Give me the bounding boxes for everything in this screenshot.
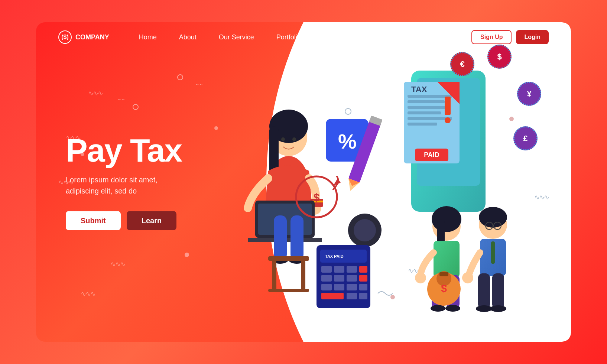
- nav-link-home[interactable]: Home: [139, 33, 157, 41]
- svg-point-5: [292, 137, 296, 141]
- svg-rect-13: [290, 215, 304, 260]
- signup-button[interactable]: Sign Up: [471, 30, 512, 44]
- logo-icon: ($): [58, 30, 72, 44]
- main-container: ∿∿∿ ∿∿∿ ∿∿∿ ∿∿∿ ∿∿∿ ~~ ~~ ($) COMPANY Ho…: [36, 22, 571, 342]
- hero-subtitle: Lorem ipsum dolor sit amet, adipiscing e…: [66, 174, 182, 196]
- svg-rect-53: [321, 275, 332, 282]
- svg-rect-54: [334, 275, 344, 282]
- svg-rect-19: [268, 289, 309, 292]
- svg-point-4: [281, 137, 285, 141]
- hero-buttons: Submit Learn: [66, 211, 182, 230]
- nav-item-contact[interactable]: Contact Us: [323, 33, 356, 41]
- svg-rect-56: [359, 275, 367, 282]
- submit-button[interactable]: Submit: [66, 211, 121, 230]
- nav-actions: Sign Up Login: [471, 30, 549, 44]
- svg-rect-16: [268, 256, 309, 261]
- svg-point-82: [476, 305, 492, 312]
- nav-item-about[interactable]: About: [179, 33, 197, 41]
- svg-text:%: %: [338, 130, 357, 153]
- svg-rect-61: [321, 293, 344, 299]
- logo-text: COMPANY: [75, 33, 109, 41]
- svg-rect-29: [408, 100, 445, 103]
- svg-rect-52: [359, 266, 367, 273]
- svg-point-71: [445, 305, 460, 312]
- nav-link-contact[interactable]: Contact Us: [323, 33, 356, 41]
- svg-rect-55: [347, 275, 357, 282]
- svg-rect-51: [347, 266, 357, 273]
- svg-rect-81: [492, 273, 504, 309]
- svg-point-84: [462, 272, 473, 283]
- svg-rect-49: [321, 266, 332, 273]
- learn-button[interactable]: Learn: [127, 211, 176, 230]
- svg-rect-12: [274, 215, 287, 260]
- nav-link-about[interactable]: About: [179, 33, 197, 41]
- svg-rect-60: [359, 284, 367, 290]
- login-button[interactable]: Login: [516, 30, 549, 44]
- nav-link-service[interactable]: Our Service: [219, 33, 254, 41]
- hero-section: Pay Tax Lorem ipsum dolor sit amet, adip…: [66, 134, 182, 230]
- pound-circle: £: [513, 126, 538, 150]
- svg-rect-88: [439, 272, 448, 276]
- svg-rect-36: [445, 97, 451, 115]
- svg-point-37: [445, 117, 451, 123]
- svg-point-72: [415, 272, 426, 283]
- svg-rect-30: [408, 106, 448, 109]
- svg-text:$: $: [314, 191, 320, 204]
- svg-text:$: $: [441, 283, 447, 294]
- svg-rect-18: [301, 261, 305, 290]
- svg-point-90: [390, 295, 395, 299]
- nav-links: Home About Our Service Portfolio Contact…: [139, 33, 471, 41]
- svg-point-45: [354, 219, 376, 241]
- nav-item-portfolio[interactable]: Portfolio: [276, 33, 301, 41]
- nav-link-portfolio[interactable]: Portfolio: [276, 33, 301, 41]
- svg-rect-33: [408, 123, 437, 126]
- svg-rect-63: [359, 293, 367, 299]
- svg-rect-62: [347, 293, 357, 299]
- hero-title: Pay Tax: [66, 134, 182, 167]
- yen-circle: ¥: [517, 82, 541, 106]
- svg-rect-50: [334, 266, 344, 273]
- svg-rect-17: [272, 261, 276, 290]
- svg-point-70: [431, 305, 445, 312]
- dollar-circle: $: [487, 45, 512, 69]
- nav-item-home[interactable]: Home: [139, 33, 157, 41]
- nav-item-service[interactable]: Our Service: [219, 33, 254, 41]
- navbar: ($) COMPANY Home About Our Service Portf…: [36, 22, 571, 52]
- svg-rect-58: [334, 284, 344, 290]
- svg-point-83: [490, 305, 506, 312]
- svg-text:TAX: TAX: [411, 85, 427, 94]
- logo: ($) COMPANY: [58, 30, 109, 44]
- svg-point-91: [509, 117, 514, 121]
- svg-rect-80: [478, 273, 490, 309]
- svg-text:TAX PAID: TAX PAID: [325, 254, 344, 259]
- svg-rect-31: [408, 111, 441, 114]
- svg-rect-79: [491, 241, 495, 264]
- logo-icon-text: ($): [61, 34, 69, 40]
- svg-point-65: [432, 206, 461, 232]
- svg-text:PAID: PAID: [424, 151, 439, 159]
- svg-rect-57: [321, 284, 332, 290]
- euro-circle: €: [450, 52, 474, 76]
- svg-point-89: [345, 108, 351, 114]
- svg-rect-59: [347, 284, 357, 290]
